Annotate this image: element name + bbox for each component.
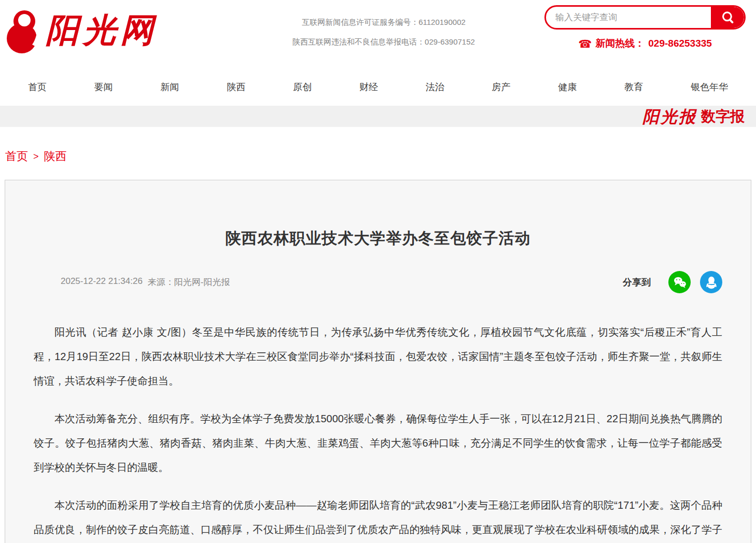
license-line-1: 互联网新闻信息许可证服务编号：61120190002 bbox=[223, 12, 544, 32]
license-info: 互联网新闻信息许可证服务编号：61120190002 陕西互联网违法和不良信息举… bbox=[223, 4, 544, 52]
nav-item-fangchan[interactable]: 房产 bbox=[492, 81, 511, 93]
site-header: 阳光网 互联网新闻信息许可证服务编号：61120190002 陕西互联网违法和不… bbox=[0, 0, 756, 68]
nav-item-yuanchuang[interactable]: 原创 bbox=[293, 81, 312, 93]
nav-item-home[interactable]: 首页 bbox=[28, 81, 47, 93]
phone-icon: ☎ bbox=[578, 38, 592, 49]
nav-item-caijing[interactable]: 财经 bbox=[359, 81, 378, 93]
sun-logo-icon bbox=[6, 7, 40, 55]
paper-logo[interactable]: 阳光报 bbox=[642, 108, 697, 125]
site-logo-text: 阳光网 bbox=[46, 4, 158, 56]
breadcrumb-home[interactable]: 首页 bbox=[5, 149, 28, 164]
nav-item-fazhi[interactable]: 法治 bbox=[426, 81, 444, 93]
license-line-2: 陕西互联网违法和不良信息举报电话：029-63907152 bbox=[223, 32, 544, 52]
share-bar: 分享到 bbox=[623, 271, 722, 293]
qq-icon bbox=[704, 275, 719, 290]
search-box bbox=[544, 5, 746, 30]
hotline-label: 新闻热线： bbox=[595, 37, 645, 50]
nav-item-yinse-nianhua[interactable]: 银色年华 bbox=[691, 81, 728, 93]
article-source: 来源：阳光网-阳光报 bbox=[148, 276, 230, 288]
article-meta: 2025-12-22 21:34:26 来源：阳光网-阳光报 bbox=[61, 276, 230, 288]
nav-item-jiaoyu[interactable]: 教育 bbox=[624, 81, 643, 93]
breadcrumb-separator: > bbox=[33, 151, 39, 162]
article-datetime: 2025-12-22 21:34:26 bbox=[61, 276, 143, 288]
digital-paper-link[interactable]: 数字报 bbox=[701, 109, 745, 124]
article-title: 陕西农林职业技术大学举办冬至包饺子活动 bbox=[34, 228, 722, 249]
digital-paper-strip: 阳光报 数字报 bbox=[0, 106, 756, 127]
article-paragraph-3: 本次活动的面粉采用了学校自主培育的优质小麦品种——赵瑜老师团队培育的“武农981… bbox=[34, 493, 722, 543]
wechat-icon bbox=[672, 275, 688, 290]
wechat-share-button[interactable] bbox=[668, 271, 691, 293]
share-label: 分享到 bbox=[623, 276, 651, 289]
site-logo[interactable]: 阳光网 bbox=[5, 4, 223, 56]
article-container: 陕西农林职业技术大学举办冬至包饺子活动 2025-12-22 21:34:26 … bbox=[5, 180, 751, 543]
qq-share-button[interactable] bbox=[700, 271, 722, 293]
search-input[interactable] bbox=[546, 7, 711, 28]
article-body: 阳光讯（记者 赵小康 文/图）冬至是中华民族的传统节日，为传承弘扬中华优秀传统文… bbox=[34, 320, 722, 543]
article-paragraph-1: 阳光讯（记者 赵小康 文/图）冬至是中华民族的传统节日，为传承弘扬中华优秀传统文… bbox=[34, 320, 722, 393]
news-hotline: ☎ 新闻热线： 029-86253335 bbox=[544, 37, 746, 50]
hotline-number: 029-86253335 bbox=[648, 38, 712, 49]
breadcrumb: 首页 > 陕西 bbox=[5, 149, 756, 164]
nav-item-xinwen[interactable]: 新闻 bbox=[161, 81, 179, 93]
main-nav: 首页 要闻 新闻 陕西 原创 财经 法治 房产 健康 教育 银色年华 bbox=[0, 68, 756, 106]
header-right: ☎ 新闻热线： 029-86253335 bbox=[544, 4, 746, 50]
nav-item-jiankang[interactable]: 健康 bbox=[558, 81, 577, 93]
search-icon bbox=[721, 10, 735, 24]
nav-item-yaowen[interactable]: 要闻 bbox=[94, 81, 113, 93]
article-paragraph-2: 本次活动筹备充分、组织有序。学校为全体学子免费发放15000张暖心餐券，确保每位… bbox=[34, 407, 722, 480]
breadcrumb-section[interactable]: 陕西 bbox=[44, 149, 67, 164]
search-button[interactable] bbox=[711, 7, 744, 28]
article-meta-row: 2025-12-22 21:34:26 来源：阳光网-阳光报 分享到 bbox=[34, 271, 722, 293]
nav-item-shaanxi[interactable]: 陕西 bbox=[227, 81, 245, 93]
